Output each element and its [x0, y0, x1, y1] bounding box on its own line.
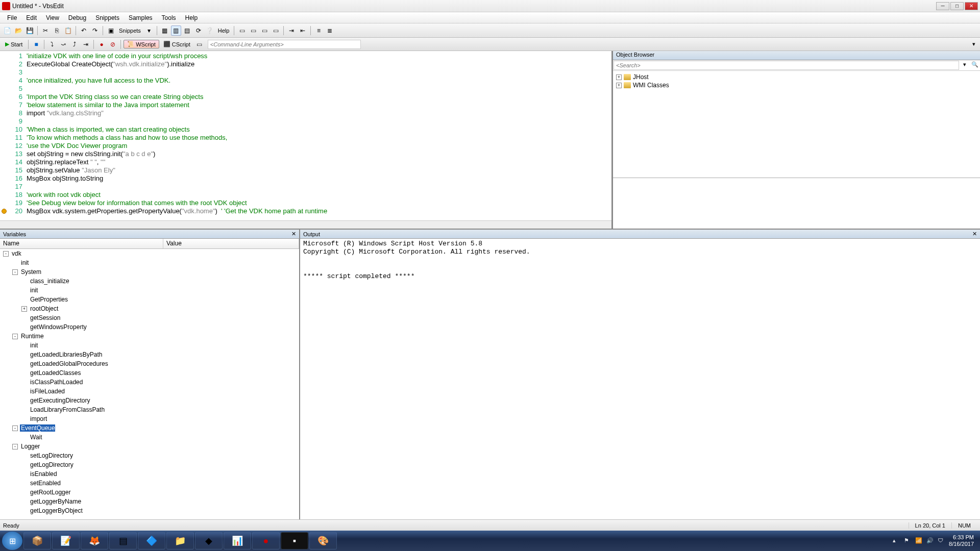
collapse-icon[interactable]: -: [12, 334, 18, 339]
engine-settings-icon[interactable]: ▭: [194, 39, 205, 49]
toolbar-overflow-icon[interactable]: ▾: [970, 41, 978, 47]
variable-row[interactable]: getLoadedClasses: [0, 368, 299, 378]
variable-row[interactable]: setLogDirectory: [0, 451, 299, 460]
menu-debug[interactable]: Debug: [64, 13, 90, 22]
variable-row[interactable]: getSession: [0, 313, 299, 322]
variable-row[interactable]: -vdk: [0, 249, 299, 258]
code-line[interactable]: 13set objString = new clsString.init("a …: [0, 150, 611, 158]
object-browser-item[interactable]: +WMI Classes: [616, 81, 977, 89]
taskbar-app-7[interactable]: ◆: [195, 532, 223, 549]
code-line[interactable]: 11'To know which methods a class has and…: [0, 134, 611, 142]
stop-icon[interactable]: ■: [31, 39, 41, 49]
new-file-icon[interactable]: 📄: [2, 26, 12, 36]
breakpoint-gutter[interactable]: [0, 60, 8, 68]
variables-col-name[interactable]: Name: [0, 239, 163, 248]
breakpoint-gutter[interactable]: [0, 142, 8, 150]
variable-row[interactable]: getLoggerByObject: [0, 506, 299, 515]
expand-icon[interactable]: +: [616, 74, 622, 80]
variable-row[interactable]: -Runtime: [0, 332, 299, 341]
search-dropdown-icon[interactable]: ▾: [961, 61, 969, 69]
breakpoint-gutter[interactable]: [0, 101, 8, 109]
breakpoint-gutter[interactable]: [0, 85, 8, 93]
taskbar-paint[interactable]: 🎨: [309, 532, 337, 549]
variable-row[interactable]: init: [0, 341, 299, 350]
variable-row[interactable]: getLoggerByName: [0, 497, 299, 506]
code-line[interactable]: 14objString.replaceText " ", "": [0, 158, 611, 166]
open-file-icon[interactable]: 📂: [13, 26, 23, 36]
tool-icon-1[interactable]: ▦: [160, 26, 170, 36]
tray-flag-icon[interactable]: ⚑: [904, 537, 911, 544]
copy-icon[interactable]: ⎘: [52, 26, 62, 36]
breakpoint-icon[interactable]: ●: [96, 39, 107, 49]
outdent-icon[interactable]: ⇤: [298, 26, 308, 36]
variable-row[interactable]: import: [0, 414, 299, 423]
code-line[interactable]: 15objString.setValue "Jason Ely": [0, 166, 611, 174]
menu-help[interactable]: Help: [181, 13, 202, 22]
variable-row[interactable]: getRootLogger: [0, 488, 299, 497]
variable-row[interactable]: isFileLoaded: [0, 387, 299, 396]
taskbar-app-4[interactable]: ▤: [109, 532, 137, 549]
help-icon[interactable]: ❔: [205, 26, 215, 36]
horizontal-scrollbar[interactable]: [0, 220, 611, 229]
breakpoint-gutter[interactable]: [0, 93, 8, 101]
variable-row[interactable]: LoadLibraryFromClassPath: [0, 405, 299, 414]
code-line[interactable]: 17: [0, 183, 611, 191]
menu-edit[interactable]: Edit: [22, 13, 41, 22]
taskbar-explorer[interactable]: 📁: [166, 532, 194, 549]
breakpoint-gutter[interactable]: [0, 150, 8, 158]
tray-arrow-icon[interactable]: ▴: [893, 537, 900, 544]
variable-row[interactable]: isClassPathLoaded: [0, 378, 299, 387]
code-line[interactable]: 2ExecuteGlobal CreateObject("wsh.vdk.ini…: [0, 60, 611, 68]
breakpoint-gutter[interactable]: [0, 77, 8, 85]
variable-row[interactable]: getExecutingDirectory: [0, 396, 299, 405]
variable-row[interactable]: -System: [0, 267, 299, 277]
variable-row[interactable]: init: [0, 286, 299, 295]
variable-row[interactable]: +rootObject: [0, 304, 299, 313]
taskbar-app-8[interactable]: 📊: [224, 532, 251, 549]
breakpoint-gutter[interactable]: [0, 117, 8, 126]
variable-row[interactable]: -Logger: [0, 442, 299, 451]
tray-clock[interactable]: 6:33 PM 8/16/2017: [949, 534, 974, 547]
collapse-icon[interactable]: -: [3, 251, 9, 257]
code-line[interactable]: 7'below statement is similar to the Java…: [0, 101, 611, 109]
menu-file[interactable]: File: [3, 13, 21, 22]
variable-row[interactable]: -EventQueue: [0, 423, 299, 433]
chevron-down-icon[interactable]: ▾: [144, 26, 154, 36]
breakpoint-gutter[interactable]: [0, 109, 8, 117]
breakpoint-gutter[interactable]: [0, 68, 8, 77]
code-line[interactable]: 18'work with root vdk object: [0, 191, 611, 199]
menu-tools[interactable]: Tools: [158, 13, 180, 22]
format-icon-1[interactable]: ≡: [313, 26, 324, 36]
collapse-icon[interactable]: -: [12, 425, 18, 431]
refresh-icon[interactable]: ⟳: [193, 26, 204, 36]
expand-icon[interactable]: +: [616, 83, 622, 88]
menu-samples[interactable]: Samples: [125, 13, 157, 22]
tool-icon-3[interactable]: ▤: [182, 26, 192, 36]
breakpoint-clear-icon[interactable]: ⊘: [108, 39, 118, 49]
snippets-label[interactable]: Snippets: [117, 28, 143, 34]
object-browser-item[interactable]: +JHost: [616, 73, 977, 81]
object-browser-search[interactable]: [614, 61, 959, 70]
breakpoint-gutter[interactable]: [0, 134, 8, 142]
undo-icon[interactable]: ↶: [79, 26, 89, 36]
code-line[interactable]: 4'once initialized, you have full access…: [0, 77, 611, 85]
paste-icon[interactable]: 📋: [63, 26, 73, 36]
variable-row[interactable]: init: [0, 258, 299, 267]
breakpoint-gutter[interactable]: [0, 52, 8, 60]
start-orb[interactable]: ⊞: [2, 532, 22, 550]
step-out-icon[interactable]: ⤴: [69, 39, 80, 49]
search-go-icon[interactable]: 🔍: [971, 61, 979, 69]
breakpoint-gutter[interactable]: [0, 126, 8, 134]
code-line[interactable]: 3: [0, 68, 611, 77]
output-text[interactable]: Microsoft (R) Windows Script Host Versio…: [300, 239, 980, 519]
variable-row[interactable]: isEnabled: [0, 469, 299, 479]
indent-icon[interactable]: ⇥: [286, 26, 297, 36]
code-line[interactable]: 19'See Debug view below for information …: [0, 199, 611, 207]
start-button[interactable]: ▶ Start: [2, 40, 26, 48]
panel-icon-2[interactable]: ▭: [248, 26, 258, 36]
tray-volume-icon[interactable]: 🔊: [926, 537, 934, 544]
expand-icon[interactable]: +: [21, 306, 27, 312]
variable-row[interactable]: getLogDirectory: [0, 460, 299, 469]
variable-row[interactable]: class_initialize: [0, 277, 299, 286]
menu-view[interactable]: View: [42, 13, 63, 22]
